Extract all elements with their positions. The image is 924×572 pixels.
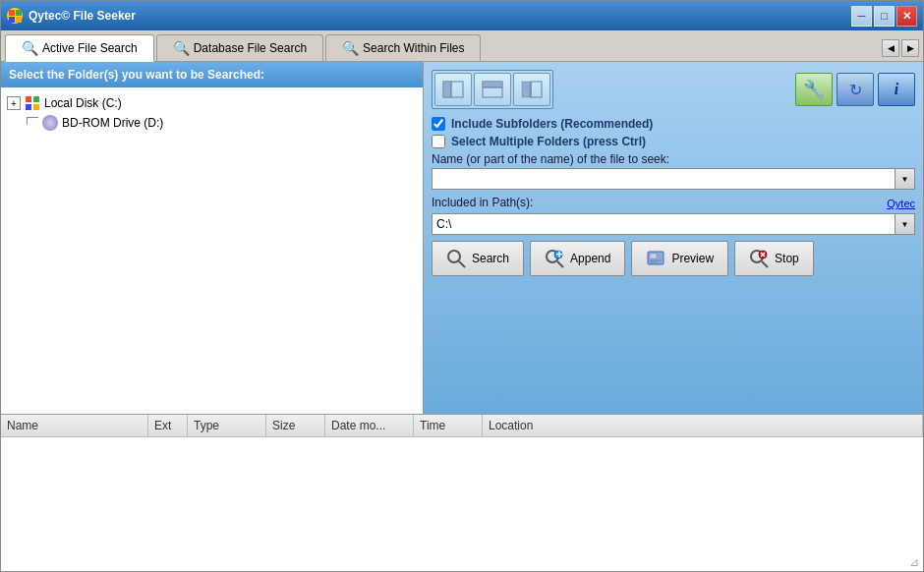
- preview-btn-icon: [646, 249, 665, 268]
- search-btn-label: Search: [472, 252, 509, 265]
- layout-btn-2[interactable]: [474, 73, 511, 106]
- right-panel: 🔧 ↻ i Include Subfolders (Recommended) S…: [424, 62, 923, 414]
- path-input[interactable]: [432, 213, 895, 235]
- close-button[interactable]: ✕: [896, 6, 917, 27]
- results-body: [1, 437, 923, 571]
- svg-rect-16: [650, 254, 657, 258]
- stop-button[interactable]: Stop: [734, 241, 814, 276]
- tree-expand-local-disk[interactable]: +: [7, 96, 21, 110]
- tab-icon-3: 🔍: [342, 40, 359, 56]
- stop-btn-icon: [749, 249, 769, 268]
- title-bar: Qytec© File Seeker ─ □ ✕: [1, 1, 923, 30]
- path-field-row: ▼: [432, 213, 915, 235]
- select-multiple-folders-row: Select Multiple Folders (press Ctrl): [432, 135, 915, 148]
- preview-button[interactable]: Preview: [631, 241, 728, 276]
- tab-label-3: Search Within Files: [363, 41, 464, 55]
- title-controls: ─ □ ✕: [851, 6, 917, 27]
- tools-button[interactable]: 🔧: [795, 73, 833, 106]
- tabs-row: 🔍 Active File Search 🔍 Database File Sea…: [1, 30, 923, 62]
- append-btn-icon: +: [545, 249, 564, 268]
- folder-selection-header: Select the Folder(s) you want to be Sear…: [1, 62, 423, 87]
- results-area: Name Ext Type Size Date mo... Time Locat…: [1, 414, 923, 571]
- tab-next-button[interactable]: ▶: [901, 39, 919, 57]
- col-header-date[interactable]: Date mo...: [325, 415, 414, 436]
- app-icon: [7, 8, 23, 24]
- qytec-link[interactable]: Qytec: [887, 198, 915, 209]
- resize-grip[interactable]: ⊿: [909, 555, 919, 569]
- toolbar-row: 🔧 ↻ i: [432, 70, 915, 109]
- file-name-field-label: Name (or part of the name) of the file t…: [432, 152, 915, 166]
- tree-item-bdrom[interactable]: BD-ROM Drive (D:): [25, 113, 419, 133]
- layout-btn-3[interactable]: [513, 73, 550, 106]
- tab-nav: ◀ ▶: [882, 39, 919, 57]
- windows-icon-local-disk: [25, 95, 40, 111]
- search-button[interactable]: Search: [432, 241, 524, 276]
- folder-tree: + Local Disk (C:) BD-ROM Drive (D:): [1, 87, 423, 414]
- col-header-ext[interactable]: Ext: [148, 415, 188, 436]
- append-button[interactable]: + Append: [530, 241, 625, 276]
- col-header-time[interactable]: Time: [414, 415, 483, 436]
- col-header-name[interactable]: Name: [1, 415, 148, 436]
- main-window: Qytec© File Seeker ─ □ ✕ 🔍 Active File S…: [0, 0, 924, 572]
- append-btn-label: Append: [570, 252, 610, 265]
- path-label-row: Included in Path(s): Qytec: [432, 196, 915, 211]
- col-header-location[interactable]: Location: [483, 415, 923, 436]
- svg-text:+: +: [556, 249, 563, 261]
- svg-rect-4: [483, 82, 502, 87]
- append-icon: +: [545, 249, 564, 268]
- svg-line-12: [557, 261, 563, 267]
- file-name-input[interactable]: [432, 168, 895, 190]
- layout-icon-3: [521, 81, 543, 98]
- info-icon: i: [895, 81, 898, 98]
- action-buttons: Search + Append: [432, 241, 915, 276]
- refresh-icon: ↻: [849, 81, 862, 99]
- window-title: Qytec© File Seeker: [29, 9, 136, 23]
- tab-label-2: Database File Search: [194, 41, 307, 55]
- svg-rect-1: [443, 82, 451, 97]
- file-name-dropdown-btn[interactable]: ▼: [895, 168, 915, 190]
- stop-btn-label: Stop: [775, 252, 799, 265]
- minimize-button[interactable]: ─: [851, 6, 872, 27]
- select-multiple-folders-checkbox[interactable]: [432, 135, 445, 148]
- main-content: Select the Folder(s) you want to be Sear…: [1, 62, 923, 414]
- title-bar-left: Qytec© File Seeker: [7, 8, 136, 24]
- col-header-type[interactable]: Type: [188, 415, 266, 436]
- tab-icon-1: 🔍: [22, 40, 38, 56]
- col-header-size[interactable]: Size: [266, 415, 325, 436]
- include-subfolders-label[interactable]: Include Subfolders (Recommended): [451, 117, 653, 131]
- svg-rect-7: [531, 82, 542, 97]
- layout-btn-1[interactable]: [434, 73, 472, 106]
- tab-prev-button[interactable]: ◀: [882, 39, 899, 57]
- file-name-field-row: ▼: [432, 168, 915, 190]
- search-icon: [446, 249, 466, 268]
- bdrom-label: BD-ROM Drive (D:): [62, 116, 163, 130]
- tab-search-within-files[interactable]: 🔍 Search Within Files: [325, 34, 481, 61]
- left-panel: Select the Folder(s) you want to be Sear…: [1, 62, 424, 414]
- layout-toolbar-group: [432, 70, 553, 109]
- svg-line-10: [459, 261, 465, 267]
- included-paths-label: Included in Path(s):: [432, 196, 533, 209]
- layout-icon-1: [442, 81, 464, 98]
- tab-active-file-search[interactable]: 🔍 Active File Search: [5, 34, 154, 62]
- tree-item-local-disk[interactable]: + Local Disk (C:): [5, 93, 419, 113]
- refresh-button[interactable]: ↻: [837, 73, 874, 106]
- preview-btn-label: Preview: [671, 252, 714, 265]
- maximize-button[interactable]: □: [874, 6, 895, 27]
- preview-icon: [646, 249, 665, 268]
- svg-rect-6: [522, 82, 530, 97]
- cdrom-icon: [42, 115, 58, 131]
- tab-icon-2: 🔍: [173, 40, 190, 56]
- tab-database-file-search[interactable]: 🔍 Database File Search: [156, 34, 323, 61]
- tab-label-1: Active File Search: [42, 41, 138, 55]
- select-multiple-folders-label[interactable]: Select Multiple Folders (press Ctrl): [451, 135, 646, 148]
- include-subfolders-checkbox[interactable]: [432, 117, 445, 131]
- search-btn-icon: [446, 249, 466, 268]
- stop-icon: [749, 249, 769, 268]
- svg-point-9: [448, 251, 460, 262]
- include-subfolders-row: Include Subfolders (Recommended): [432, 117, 915, 131]
- wrench-icon: 🔧: [803, 79, 825, 100]
- svg-line-20: [762, 261, 768, 267]
- path-dropdown-btn[interactable]: ▼: [895, 213, 915, 235]
- info-button[interactable]: i: [878, 73, 915, 106]
- local-disk-label: Local Disk (C:): [44, 96, 122, 110]
